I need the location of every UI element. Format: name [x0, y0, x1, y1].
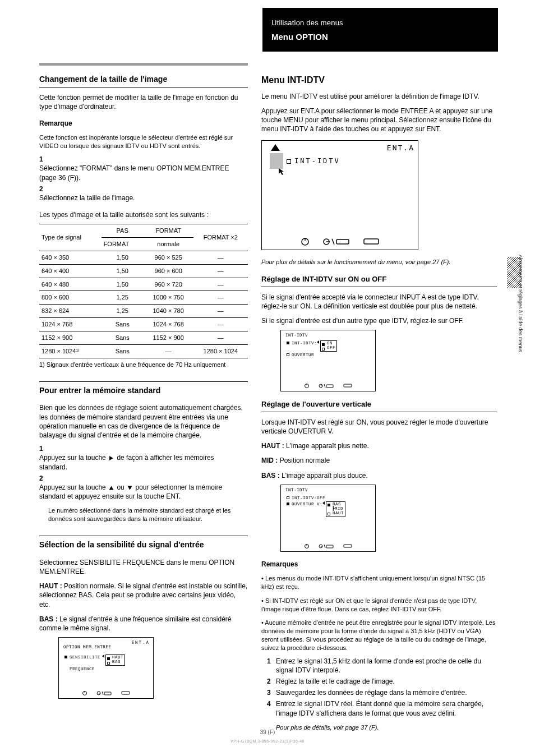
note-r3-1: 1Entrez le signal 31,5 kHz dont la forme… — [267, 657, 497, 675]
sec-vap-title: Réglage de l'ouverture verticale — [261, 399, 497, 412]
intidtv-heading: Menu INT-IDTV — [261, 74, 497, 86]
section2-step2-tail: Le numéro sélectionné dans la mémoire st… — [48, 506, 248, 523]
nav-rect-icon — [343, 544, 352, 548]
down-arrow-icon — [128, 486, 132, 490]
table-row: 1280 × 1024¹⁾Sans—1280 × 1024 — [39, 344, 248, 358]
empty-square-icon — [107, 662, 110, 665]
step2: 2 Sélectionnez la taille de l'image. — [39, 185, 248, 202]
section2-rule — [39, 379, 248, 382]
left-pointer-icon — [102, 654, 104, 658]
svg-rect-10 — [364, 239, 379, 244]
nav-select-icon — [319, 543, 334, 549]
section2-step1: 1 Appuyez sur la touche de façon à affic… — [39, 444, 248, 472]
svg-rect-15 — [344, 384, 352, 387]
table-row: 640 × 4801,50960 × 720— — [39, 278, 248, 291]
up-arrow-icon — [109, 486, 114, 490]
note-r2: • Si INT-IDTV est réglé sur ON et que le… — [261, 597, 497, 614]
right-column: Menu INT-IDTV Le menu INT-IDTV est utili… — [261, 74, 497, 736]
notes-heading-right: Remarques — [261, 560, 497, 569]
step1-text: Sélectionnez "FORMAT" dans le menu OPTIO… — [39, 164, 239, 182]
header-line2: Menu OPTION — [271, 31, 489, 43]
side-tab-label: Ajustements et réglages à l'aide des men… — [434, 255, 524, 262]
filled-square-icon — [287, 503, 289, 505]
osd-intidtv-onoff: INT-IDTV INT-IDTV: ON OFF OUVERTUR — [280, 330, 376, 391]
osd-intidtv-ouvertur: INT-IDTV INT-IDTV:OFF OUVERTUR V: BAS ┣M… — [280, 485, 376, 552]
th-fmt-b: normale — [144, 238, 193, 251]
left-pointer-icon — [322, 501, 325, 505]
osd3-row2: FREQUENCE — [70, 666, 95, 672]
section-title-change-size: Changement de la taille de l'image — [39, 74, 248, 87]
empty-square-icon — [287, 496, 289, 499]
osd3-row1: SENSIBILITE — [70, 654, 100, 660]
osd-vap-row1: INT-IDTV:OFF — [292, 495, 325, 501]
section3-haut: HAUT : Position normale. Si le signal d'… — [39, 582, 248, 609]
step2-num: 2 — [39, 185, 48, 193]
osd3-enta: ENT.A — [131, 640, 150, 646]
note-r3-2: 2Réglez la taille et le cadrage de l'ima… — [267, 677, 497, 686]
osd-vap-title: INT-IDTV — [285, 487, 308, 493]
svg-marker-5 — [271, 144, 280, 151]
osd-main-enta: ENT.A — [387, 143, 414, 153]
osd-main-item-label: INT-IDTV — [294, 157, 340, 165]
sec-vap-p: Lorsque INT-IDTV est réglé sur ON, vous … — [261, 418, 497, 436]
step1-num: 1 — [39, 155, 48, 164]
note-r1: • Les menus du mode INT-IDTV s'affichent… — [261, 574, 497, 591]
empty-square-icon — [287, 159, 291, 164]
filled-square-icon — [287, 342, 289, 344]
footer-code: VPH-G70QM.3-856-992-21(1)P36-46 — [0, 739, 535, 744]
osd-onoff-row1: INT-IDTV: — [292, 340, 317, 346]
header-blackbox: Utilisation des menus Menu OPTION — [262, 8, 498, 52]
osd-intidtv-main: ENT.A INT-IDTV — [261, 140, 418, 250]
th-fmt-a: FORMAT — [144, 224, 193, 238]
section-gray-bar — [39, 63, 248, 66]
table-row: 800 × 6001,251000 × 750— — [39, 291, 248, 305]
table-footnote: 1) Signaux d'entrée verticaux à une fréq… — [39, 361, 248, 369]
th-pas-a: PAS — [102, 224, 144, 238]
section3-rule — [39, 533, 248, 536]
svg-rect-19 — [326, 545, 333, 548]
sec-onoff-b1: Si le signal d'entrée accepté via le con… — [261, 293, 497, 311]
svg-rect-3 — [104, 692, 111, 695]
sec-vap-mid: MID : Position normale — [261, 456, 497, 465]
empty-square-icon — [328, 513, 330, 515]
svg-rect-4 — [122, 692, 130, 694]
filled-square-icon — [107, 657, 110, 660]
page-number: 39 (F) — [0, 729, 535, 736]
section2-body: Bien que les données de réglage soient a… — [39, 403, 248, 440]
filled-square-icon — [64, 656, 67, 658]
osd-vap-row2: OUVERTUR V: — [292, 501, 322, 507]
section2-title: Pour entrer la mémoire standard — [39, 385, 248, 398]
th-pas-b: FORMAT — [102, 238, 144, 251]
sec-vap-haut: HAUT : L'image apparaît plus nette. — [261, 441, 497, 450]
empty-square-icon — [287, 353, 289, 356]
section3-title: Sélection de la sensibilité du signal d'… — [39, 540, 248, 552]
nav-circle-icon — [301, 237, 310, 246]
left-pointer-icon — [317, 340, 319, 344]
section3-step1: Sélectionnez SENSIBILITE FREQUENCE dans … — [39, 558, 248, 576]
th-fmt2: FORMAT ×2 — [193, 224, 248, 251]
osd-onoff-row2: OUVERTUR — [292, 352, 314, 358]
table-row: 640 × 4001,50960 × 600— — [39, 264, 248, 278]
note-body-left1: Cette fonction est inopérante lorsque le… — [39, 133, 248, 150]
svg-rect-20 — [344, 545, 352, 547]
left-column: Changement de la taille de l'image Cette… — [39, 74, 248, 699]
intidtv-p1: Le menu INT-IDTV est utilisé pour amélio… — [261, 92, 497, 101]
nav-select-icon — [96, 690, 112, 696]
table-row: 1152 × 900Sans1152 × 900— — [39, 331, 248, 345]
cursor-arrow-icon — [278, 168, 285, 176]
note-r3: • Aucune mémoire d'entrée ne peut être e… — [261, 619, 497, 652]
up-triangle-icon — [271, 144, 280, 151]
table-row: 832 × 6241,251040 × 780— — [39, 305, 248, 318]
nav-circle-icon — [304, 543, 310, 549]
nav-rect-icon — [343, 384, 352, 388]
osd-main-item-row: INT-IDTV — [287, 156, 340, 165]
header-line1: Utilisation des menus — [271, 18, 489, 28]
note-r3-4: 4Entrez le signal IDTV réel. Étant donné… — [267, 699, 497, 717]
nav-circle-icon — [82, 690, 87, 696]
section3-bas: BAS : Le signal d'entrée à une fréquence… — [39, 615, 248, 633]
osd3-title: OPTION MEM.ENTREE — [63, 644, 111, 650]
sizes-table: Type de signal PAS FORMAT FORMAT ×2 FORM… — [39, 224, 248, 358]
osd-cursor-highlight — [270, 153, 283, 169]
svg-rect-9 — [336, 239, 349, 244]
empty-square-icon — [322, 348, 325, 351]
